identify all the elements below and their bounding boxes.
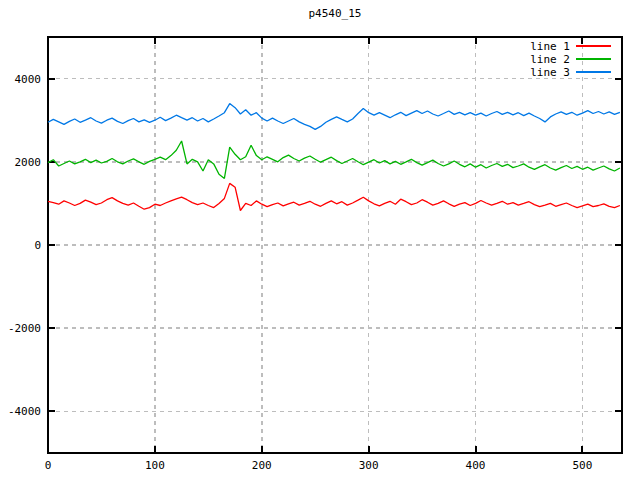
y-tick-label: -2000	[8, 322, 41, 335]
gridlines	[48, 37, 622, 453]
series-2-line	[48, 141, 620, 178]
y-tick-label: -4000	[8, 405, 41, 418]
gnuplot-chart-window: p4540_15 0100200300400500-4000-200002000…	[0, 0, 640, 480]
plot-border	[48, 37, 622, 453]
y-tick-label: 4000	[15, 73, 42, 86]
y-tick-label: 2000	[15, 156, 42, 169]
tick-marks	[48, 37, 622, 453]
y-tick-label: 0	[34, 239, 41, 252]
series-1-line	[48, 183, 620, 210]
x-tick-label: 200	[252, 459, 272, 472]
x-tick-label: 300	[359, 459, 379, 472]
legend-label: line 2	[530, 53, 570, 66]
legend-label: line 1	[530, 40, 570, 53]
plot-canvas: 0100200300400500-4000-2000020004000line …	[0, 0, 640, 480]
x-tick-label: 100	[145, 459, 165, 472]
x-tick-label: 500	[573, 459, 593, 472]
legend-label: line 3	[530, 66, 570, 79]
legend: line 1line 2line 3	[530, 40, 611, 79]
series-3-line	[48, 104, 620, 130]
x-tick-label: 400	[466, 459, 486, 472]
x-tick-label: 0	[45, 459, 52, 472]
